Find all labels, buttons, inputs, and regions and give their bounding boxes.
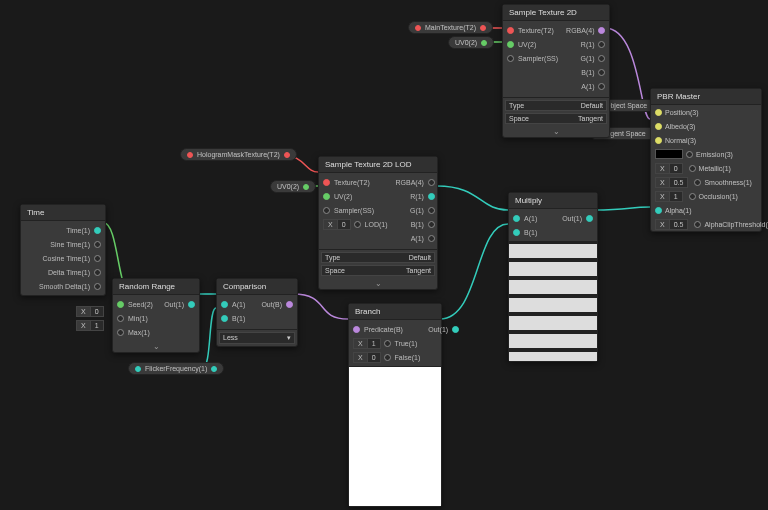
dropdown-compare-mode[interactable]: Less▾	[219, 332, 295, 344]
input-port-icon[interactable]	[689, 165, 696, 172]
port-label: R(1)	[581, 41, 595, 48]
output-port-icon[interactable]	[428, 207, 435, 214]
node-time[interactable]: Time Time(1) Sine Time(1) Cosine Time(1)…	[20, 204, 106, 296]
port-label: Normal(3)	[665, 137, 696, 144]
node-branch[interactable]: Branch Predicate(B) X1True(1) X0False(1)…	[348, 303, 442, 507]
field-lod[interactable]: X0	[323, 219, 351, 230]
input-port-icon[interactable]	[323, 193, 330, 200]
port-label: AlphaClipThreshold(1)	[704, 221, 768, 228]
output-port-icon[interactable]	[94, 241, 101, 248]
output-port-icon[interactable]	[586, 215, 593, 222]
port-label: Sampler(SS)	[518, 55, 558, 62]
port-label: Alpha(1)	[665, 207, 691, 214]
prop-label-text: MainTexture(T2)	[425, 24, 476, 31]
input-port-icon[interactable]	[117, 329, 124, 336]
port-label: Max(1)	[128, 329, 150, 336]
prop-flicker[interactable]: FlickerFrequency(1)	[128, 362, 224, 375]
port-label: B(1)	[524, 229, 537, 236]
input-port-icon[interactable]	[384, 354, 391, 361]
node-title: Sample Texture 2D LOD	[319, 157, 437, 173]
input-port-icon[interactable]	[507, 55, 514, 62]
node-title: Branch	[349, 304, 441, 320]
port-label: RGBA(4)	[566, 27, 594, 34]
input-port-icon[interactable]	[384, 340, 391, 347]
output-port-icon[interactable]	[598, 55, 605, 62]
output-port-icon[interactable]	[286, 301, 293, 308]
input-port-icon[interactable]	[221, 301, 228, 308]
input-port-icon[interactable]	[655, 137, 662, 144]
node-comparison[interactable]: Comparison A(1) B(1) Out(B) Less▾	[216, 278, 298, 347]
node-title: Sample Texture 2D	[503, 5, 609, 21]
node-title: Time	[21, 205, 105, 221]
output-port-icon[interactable]	[94, 283, 101, 290]
field-true[interactable]: X1	[353, 338, 381, 349]
port-label: Position(3)	[665, 109, 698, 116]
output-port-icon[interactable]	[188, 301, 195, 308]
input-port-icon[interactable]	[117, 301, 124, 308]
color-swatch[interactable]	[655, 149, 683, 159]
prop-uv0-lod[interactable]: UV0(2)	[270, 180, 316, 193]
output-port-icon[interactable]	[428, 235, 435, 242]
node-random-range[interactable]: Random Range Seed(2) Min(1) Max(1) Out(1…	[112, 278, 200, 353]
port-label: G(1)	[410, 207, 424, 214]
node-pbr-master[interactable]: PBR Master Position(3) Albedo(3) Normal(…	[650, 88, 762, 232]
output-port-icon[interactable]	[94, 255, 101, 262]
input-port-icon[interactable]	[513, 215, 520, 222]
node-title: Multiply	[509, 193, 597, 209]
output-port-icon[interactable]	[598, 83, 605, 90]
node-multiply[interactable]: Multiply A(1) B(1) Out(1)	[508, 192, 598, 362]
input-port-icon[interactable]	[689, 193, 696, 200]
port-label: Time(1)	[66, 227, 90, 234]
input-port-icon[interactable]	[694, 179, 701, 186]
collapse-icon[interactable]: ⌄	[113, 341, 199, 352]
field-random-max[interactable]: X1	[76, 320, 107, 331]
input-port-icon[interactable]	[354, 221, 361, 228]
output-port-icon[interactable]	[94, 227, 101, 234]
output-port-icon	[481, 40, 487, 46]
field-false[interactable]: X0	[353, 352, 381, 363]
input-port-icon[interactable]	[655, 207, 662, 214]
prop-dot-icon	[135, 366, 141, 372]
input-port-icon[interactable]	[221, 315, 228, 322]
prop-label-text: HologramMaskTexture(T2)	[197, 151, 280, 158]
port-label: A(1)	[411, 235, 424, 242]
input-port-icon[interactable]	[353, 326, 360, 333]
port-label: B(1)	[232, 315, 245, 322]
output-port-icon[interactable]	[598, 41, 605, 48]
input-port-icon[interactable]	[507, 41, 514, 48]
input-port-icon[interactable]	[686, 151, 693, 158]
prop-label-text: Object Space	[605, 102, 647, 109]
output-port-icon[interactable]	[428, 221, 435, 228]
dropdown-space[interactable]: SpaceTangent	[505, 113, 607, 124]
output-port-icon[interactable]	[598, 27, 605, 34]
port-label: B(1)	[581, 69, 594, 76]
input-port-icon[interactable]	[694, 221, 701, 228]
collapse-icon[interactable]: ⌄	[503, 126, 609, 137]
collapse-icon[interactable]: ⌄	[319, 278, 437, 289]
output-port-icon[interactable]	[452, 326, 459, 333]
input-port-icon[interactable]	[323, 179, 330, 186]
output-port-icon[interactable]	[428, 179, 435, 186]
field-random-min[interactable]: X0	[76, 306, 107, 317]
dropdown-type[interactable]: TypeDefault	[321, 252, 435, 263]
dropdown-type[interactable]: TypeDefault	[505, 100, 607, 111]
output-port-icon[interactable]	[598, 69, 605, 76]
input-port-icon[interactable]	[655, 109, 662, 116]
port-label: Out(1)	[428, 326, 448, 333]
input-port-icon[interactable]	[323, 207, 330, 214]
input-port-icon[interactable]	[513, 229, 520, 236]
port-label: Out(1)	[164, 301, 184, 308]
prop-maintexture[interactable]: MainTexture(T2)	[408, 21, 493, 34]
port-label: LOD(1)	[365, 221, 388, 228]
node-sample-texture-2d-lod[interactable]: Sample Texture 2D LOD Texture(T2) UV(2) …	[318, 156, 438, 290]
input-port-icon[interactable]	[507, 27, 514, 34]
input-port-icon[interactable]	[655, 123, 662, 130]
node-sample-texture-2d[interactable]: Sample Texture 2D Texture(T2) UV(2) Samp…	[502, 4, 610, 138]
prop-uv0-top[interactable]: UV0(2)	[448, 36, 494, 49]
output-port-icon[interactable]	[94, 269, 101, 276]
dropdown-space[interactable]: SpaceTangent	[321, 265, 435, 276]
input-port-icon[interactable]	[117, 315, 124, 322]
prop-hologrammask[interactable]: HologramMaskTexture(T2)	[180, 148, 297, 161]
output-port-icon[interactable]	[428, 193, 435, 200]
port-label: A(1)	[581, 83, 594, 90]
